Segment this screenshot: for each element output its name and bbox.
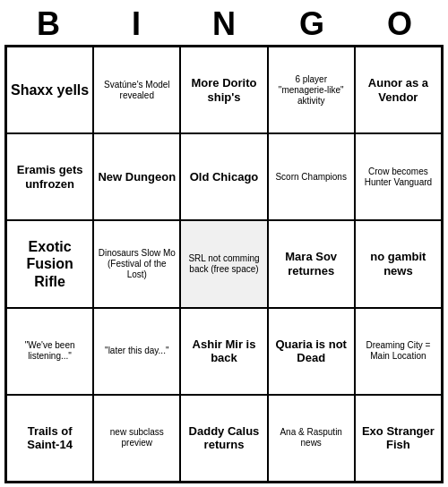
bingo-cell-22: Daddy Calus returns xyxy=(180,395,267,482)
bingo-cell-10: Exotic Fusion Rifle xyxy=(6,220,93,307)
bingo-cell-13: Mara Sov returnes xyxy=(268,220,355,307)
letter-o: O xyxy=(359,5,440,43)
bingo-cell-5: Eramis gets unfrozen xyxy=(6,133,93,220)
bingo-cell-6: New Dungeon xyxy=(93,133,180,220)
bingo-cell-9: Crow becomes Hunter Vanguard xyxy=(355,133,442,220)
bingo-cell-1: Svatúne's Model revealed xyxy=(93,47,180,133)
letter-g: G xyxy=(271,5,352,43)
bingo-cell-2: More Dorito ship's xyxy=(180,47,267,133)
bingo-cell-21: new subclass preview xyxy=(93,395,180,482)
bingo-cell-18: Quaria is not Dead xyxy=(268,308,355,395)
letter-b: B xyxy=(8,5,89,43)
bingo-title: B I N G O xyxy=(4,0,444,45)
bingo-cell-17: Ashir Mir is back xyxy=(180,308,267,395)
bingo-cell-16: "later this day..." xyxy=(93,308,180,395)
bingo-cell-7: Old Chicago xyxy=(180,133,267,220)
letter-i: I xyxy=(96,5,177,43)
bingo-cell-14: no gambit news xyxy=(355,220,442,307)
bingo-grid: Shaxx yellsSvatúne's Model revealedMore … xyxy=(4,45,444,483)
letter-n: N xyxy=(184,5,264,43)
bingo-cell-0: Shaxx yells xyxy=(6,47,93,133)
bingo-cell-8: Scorn Champions xyxy=(268,133,355,220)
bingo-cell-23: Ana & Rasputin news xyxy=(268,395,355,482)
bingo-cell-3: 6 player "menagerie-like" aktivity xyxy=(268,47,355,133)
bingo-cell-19: Dreaming City = Main Location xyxy=(355,308,442,395)
bingo-cell-12: SRL not comming back (free space) xyxy=(180,220,267,307)
bingo-cell-4: Aunor as a Vendor xyxy=(355,47,442,133)
bingo-cell-24: Exo Stranger Fish xyxy=(355,395,442,482)
bingo-cell-20: Trails of Saint-14 xyxy=(6,395,93,482)
bingo-cell-11: Dinosaurs Slow Mo (Festival of the Lost) xyxy=(93,220,180,307)
bingo-cell-15: "We've been listening..." xyxy=(6,308,93,395)
